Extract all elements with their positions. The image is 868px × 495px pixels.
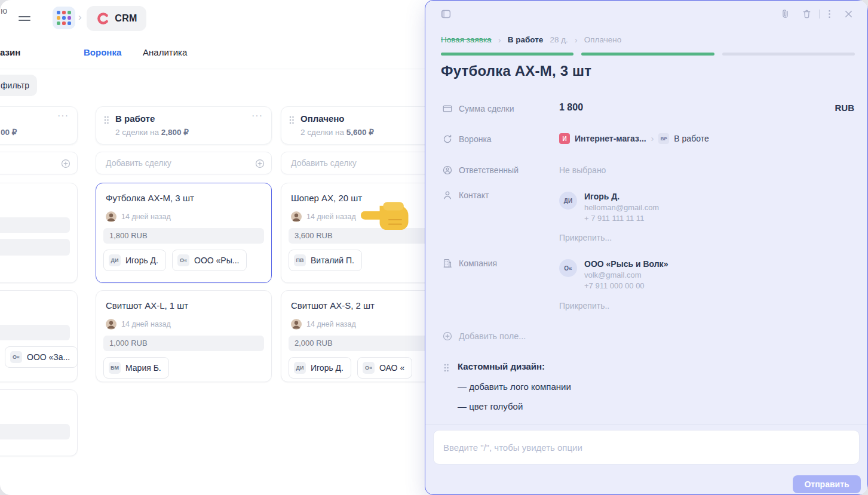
- amount-value[interactable]: 1 800: [559, 102, 583, 113]
- company-email: volk@gmail.com: [584, 270, 668, 279]
- chevron-right-icon: ›: [575, 35, 578, 45]
- company-chip[interactable]: О« ООО «Ры...: [172, 250, 247, 271]
- chip-name: ОАО «: [379, 363, 404, 373]
- deal-amount: [0, 424, 70, 439]
- contact-chip[interactable]: ДИ Игорь Д.: [289, 357, 351, 379]
- drag-handle-icon[interactable]: [289, 115, 295, 125]
- chevron-right-icon: ›: [78, 11, 82, 23]
- drag-handle-icon[interactable]: [443, 363, 449, 373]
- icon-divider: [819, 10, 820, 19]
- tab-shop-fragment[interactable]: азин: [0, 47, 20, 57]
- field-contact: Контакт: [442, 190, 489, 201]
- column-summary: 2 сделки на 5,600 ₽: [300, 127, 374, 137]
- tab-funnel[interactable]: Воронка: [84, 47, 121, 57]
- contact-name[interactable]: Игорь Д.: [584, 192, 659, 201]
- add-deal-placeholder: Добавить сделку: [291, 158, 357, 168]
- menu-icon[interactable]: [19, 13, 33, 24]
- crm-app-badge[interactable]: CRM: [87, 6, 146, 31]
- deal-card[interactable]: Свитшот AX-L, 1 шт 14 дней назад 1,000 R…: [96, 290, 272, 382]
- column-summary-prefix: 2 сделки на: [115, 128, 159, 137]
- deal-extra-pill: [0, 239, 70, 256]
- column-menu-icon[interactable]: ···: [251, 110, 263, 121]
- contact-email: helloman@gmail.com: [584, 203, 659, 212]
- company-chip[interactable]: О« ОАО «: [357, 357, 412, 379]
- stage-in-progress[interactable]: В работе: [508, 35, 544, 44]
- deal-title: 0, 2 шт: [0, 399, 70, 410]
- column-title: Оплачено: [300, 113, 345, 124]
- field-owner: Ответственный: [442, 165, 519, 176]
- deal-age: 14 дней назад: [306, 213, 356, 221]
- user-avatar: [106, 319, 116, 330]
- chip-name: Игорь Д.: [311, 363, 343, 373]
- chip-name: ООО «За...: [27, 352, 70, 362]
- stage-new[interactable]: Новая заявка: [441, 35, 492, 44]
- column-menu-icon[interactable]: ···: [57, 110, 69, 121]
- contact-phone: + 7 911 111 11 11: [584, 214, 659, 223]
- note-line[interactable]: — добавить лого компании: [458, 382, 571, 392]
- contact-chip[interactable]: ДИ Игорь Д.: [103, 250, 166, 271]
- chip-name: Виталий П.: [311, 256, 354, 265]
- company-chip[interactable]: О« ООО «За...: [5, 346, 78, 368]
- owner-value[interactable]: Не выбрано: [559, 165, 606, 175]
- column-title: В работе: [115, 113, 155, 124]
- user-avatar: [291, 319, 302, 330]
- plus-circle-icon[interactable]: [254, 158, 265, 169]
- deal-age: 14 дней назад: [121, 320, 171, 328]
- note-title[interactable]: Кастомный дизайн:: [458, 361, 545, 371]
- plus-circle-icon[interactable]: [60, 158, 71, 169]
- contact-card[interactable]: ДИ Игорь Д. helloman@gmail.com + 7 911 1…: [559, 192, 659, 223]
- stage-paid[interactable]: Оплачено: [584, 35, 621, 44]
- deal-panel-title: Футболка AX-M, 3 шт: [441, 63, 591, 79]
- progress-segment-upcoming: [722, 53, 855, 56]
- comment-input[interactable]: [434, 431, 859, 464]
- drag-handle-icon[interactable]: [103, 115, 109, 125]
- tab-analytics[interactable]: Аналитика: [143, 47, 187, 57]
- funnel-value[interactable]: И Интернет-магаз... › ВР В работе: [559, 133, 709, 144]
- collapse-panel-icon[interactable]: [440, 8, 452, 20]
- contact-chip[interactable]: БМ Мария Б.: [103, 357, 169, 379]
- add-field-button[interactable]: Добавить поле...: [442, 331, 526, 342]
- contact-chip[interactable]: ПВ Виталий П.: [289, 250, 362, 271]
- chip-initials: О«: [177, 254, 189, 266]
- chip-name: Игорь Д.: [125, 256, 158, 265]
- deal-amount: 1,000 RUB: [103, 336, 264, 351]
- add-deal-placeholder: Добавить сделку: [106, 158, 171, 168]
- field-funnel-label: Воронка: [459, 134, 492, 144]
- close-icon[interactable]: [843, 8, 854, 20]
- note-line[interactable]: — цвет голубой: [458, 401, 523, 411]
- company-name[interactable]: ООО «Рысь и Волк»: [584, 259, 668, 269]
- more-options-icon[interactable]: [824, 8, 835, 20]
- column-header[interactable]: ··· 00 ₽: [0, 106, 78, 144]
- currency-label[interactable]: RUB: [835, 103, 855, 113]
- attach-icon[interactable]: [780, 8, 791, 20]
- column-amount-fragment: 00 ₽: [1, 128, 17, 137]
- deal-card-selected[interactable]: Футболка AX-M, 3 шт 14 дней назад 1,800 …: [96, 183, 272, 283]
- deal-detail-panel: Новая заявка › В работе 28 д. › Оплачено…: [425, 0, 868, 495]
- company-card[interactable]: О« ООО «Рысь и Волк» volk@gmail.com +7 9…: [559, 259, 668, 290]
- kanban-column-in-progress: В работе ··· 2 сделки на 2,800 ₽ Добавит…: [96, 106, 272, 144]
- apps-grid-icon[interactable]: [53, 7, 75, 29]
- deal-amount: 1,800 RUB: [103, 228, 264, 244]
- column-header[interactable]: В работе ··· 2 сделки на 2,800 ₽: [96, 106, 272, 144]
- stage-name[interactable]: В работе: [674, 134, 708, 143]
- deal-card[interactable]: XXL, 6 шт: [0, 183, 78, 283]
- field-contact-label: Контакт: [459, 190, 489, 200]
- chevron-right-icon: ›: [498, 35, 501, 45]
- deal-card[interactable]: 0, 2 шт: [0, 389, 78, 456]
- send-button[interactable]: Отправить: [793, 475, 861, 493]
- delete-icon[interactable]: [801, 8, 812, 20]
- composer-divider: [425, 425, 867, 425]
- chip-name: Мария Б.: [125, 363, 161, 373]
- attach-company-link[interactable]: Прикрепить..: [559, 301, 609, 310]
- pipeline-name[interactable]: Интернет-магаз...: [575, 134, 646, 143]
- pipeline-badge: И: [559, 133, 570, 144]
- comment-input-box[interactable]: [433, 430, 860, 465]
- chip-initials: О«: [10, 351, 22, 363]
- chip-initials: О«: [363, 362, 375, 374]
- add-deal-input[interactable]: Добавить сделку: [0, 152, 78, 174]
- attach-contact-link[interactable]: Прикрепить...: [559, 233, 612, 242]
- column-summary-prefix: 2 сделки на: [300, 128, 344, 137]
- deal-card[interactable]: , 10 шт О« ООО «За...: [0, 290, 78, 382]
- filter-button[interactable]: фильтр: [0, 75, 37, 96]
- add-deal-input[interactable]: Добавить сделку: [96, 152, 272, 174]
